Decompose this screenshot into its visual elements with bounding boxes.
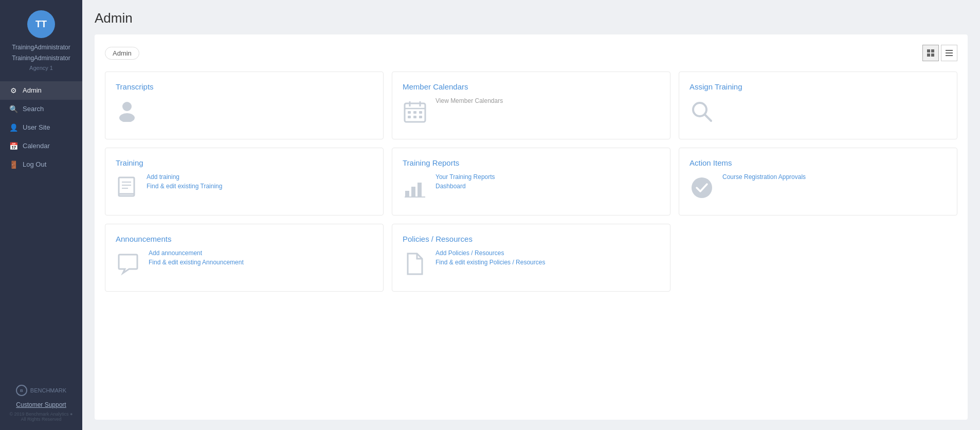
- card-title-training-reports: Training Reports: [403, 158, 660, 167]
- svg-rect-4: [946, 50, 953, 51]
- chat-icon: [116, 252, 140, 281]
- svg-rect-6: [946, 55, 953, 56]
- customer-support-link[interactable]: Customer Support: [16, 401, 66, 408]
- add-policies-resources-link[interactable]: Add Policies / Resources: [435, 249, 545, 257]
- card-body-training-reports: Your Training Reports Dashboard: [403, 173, 660, 205]
- sidebar-label-user-site: User Site: [23, 123, 50, 131]
- card-transcripts[interactable]: Transcripts: [105, 71, 384, 139]
- list-view-icon: [945, 49, 953, 57]
- avatar: TT: [27, 10, 55, 38]
- svg-rect-3: [931, 53, 934, 57]
- card-title-announcements: Announcements: [116, 235, 373, 243]
- card-links-training-reports: Your Training Reports Dashboard: [435, 173, 495, 190]
- sidebar: TT TrainingAdministrator TrainingAdminis…: [0, 0, 82, 430]
- svg-rect-17: [413, 116, 416, 118]
- admin-grid: Transcripts Member Calendars: [105, 71, 957, 292]
- sidebar-item-logout[interactable]: 🚪 Log Out: [0, 155, 82, 174]
- logo-text: BENCHMARK: [30, 387, 66, 393]
- member-calendars-desc: View Member Calendars: [435, 97, 503, 104]
- view-toggles: [922, 45, 957, 61]
- assign-training-search-icon: [689, 99, 714, 129]
- svg-point-8: [119, 113, 135, 122]
- svg-rect-14: [413, 111, 416, 114]
- calendar-icon: 📅: [9, 142, 17, 150]
- card-training[interactable]: Training Add training Find & edit: [105, 148, 384, 216]
- card-body-action-items: Course Registration Approvals: [689, 173, 947, 205]
- document-icon: [403, 252, 427, 281]
- main-content: Admin Admin: [82, 0, 980, 430]
- copyright-text: © 2019 Benchmark Analytics ● All Rights …: [8, 411, 74, 422]
- find-edit-policies-resources-link[interactable]: Find & edit existing Policies / Resource…: [435, 259, 545, 266]
- card-title-training: Training: [116, 158, 373, 167]
- svg-point-30: [692, 177, 712, 198]
- card-member-calendars[interactable]: Member Calendars: [392, 71, 670, 139]
- gear-icon: ⚙: [9, 86, 17, 95]
- logo-circle-icon: B: [16, 385, 27, 396]
- card-body-announcements: Add announcement Find & edit existing An…: [116, 249, 373, 281]
- grid-view-icon: [927, 49, 935, 57]
- svg-rect-28: [418, 183, 422, 197]
- benchmark-logo: B BENCHMARK: [16, 385, 66, 396]
- card-title-member-calendars: Member Calendars: [403, 82, 660, 91]
- card-training-reports[interactable]: Training Reports Your Training Reports D…: [392, 148, 670, 216]
- sidebar-item-user-site[interactable]: 👤 User Site: [0, 118, 82, 137]
- card-links-policies-resources: Add Policies / Resources Find & edit exi…: [435, 249, 545, 266]
- page-title: Admin: [95, 10, 968, 26]
- svg-rect-18: [419, 116, 422, 118]
- add-training-link[interactable]: Add training: [147, 173, 222, 181]
- sidebar-label-logout: Log Out: [23, 160, 46, 168]
- svg-rect-26: [405, 191, 409, 197]
- sidebar-label-admin: Admin: [23, 86, 42, 94]
- find-edit-training-link[interactable]: Find & edit existing Training: [147, 183, 222, 190]
- calendar-card-icon: [403, 99, 427, 129]
- card-body-transcripts: [116, 97, 373, 129]
- book-icon: [116, 175, 138, 203]
- card-action-items[interactable]: Action Items Course Registration Approva…: [679, 148, 957, 216]
- check-circle-icon: [689, 175, 714, 205]
- card-body-training: Add training Find & edit existing Traini…: [116, 173, 373, 205]
- card-policies-resources[interactable]: Policies / Resources Add Policies / Reso…: [392, 224, 670, 292]
- card-body-policies-resources: Add Policies / Resources Find & edit exi…: [403, 249, 660, 281]
- card-assign-training[interactable]: Assign Training: [679, 71, 957, 139]
- sidebar-item-calendar[interactable]: 📅 Calendar: [0, 137, 82, 155]
- svg-rect-27: [411, 187, 415, 197]
- sidebar-item-admin[interactable]: ⚙ Admin: [0, 81, 82, 100]
- card-links-action-items: Course Registration Approvals: [722, 173, 806, 181]
- sidebar-item-search[interactable]: 🔍 Search: [0, 100, 82, 118]
- list-view-button[interactable]: [941, 45, 957, 61]
- sidebar-nav: ⚙ Admin 🔍 Search 👤 User Site 📅 Calendar …: [0, 81, 82, 174]
- card-links-announcements: Add announcement Find & edit existing An…: [149, 249, 244, 266]
- card-links-member-calendars: View Member Calendars: [435, 97, 503, 104]
- grid-view-button[interactable]: [922, 45, 939, 61]
- card-body-member-calendars: View Member Calendars: [403, 97, 660, 129]
- person-icon: [116, 99, 138, 127]
- card-body-assign-training: [689, 97, 947, 129]
- svg-point-7: [122, 102, 132, 111]
- card-announcements[interactable]: Announcements Add announcement Find & ed…: [105, 224, 384, 292]
- your-training-reports-link[interactable]: Your Training Reports: [435, 173, 495, 181]
- chart-icon: [403, 175, 427, 205]
- card-title-transcripts: Transcripts: [116, 82, 373, 91]
- dashboard-link[interactable]: Dashboard: [435, 183, 495, 190]
- svg-line-20: [705, 115, 711, 121]
- svg-rect-5: [946, 52, 953, 53]
- content-card: Admin: [95, 34, 968, 420]
- breadcrumb-pill[interactable]: Admin: [105, 47, 139, 60]
- sidebar-label-calendar: Calendar: [23, 142, 50, 150]
- card-title-action-items: Action Items: [689, 158, 947, 167]
- svg-rect-16: [408, 116, 411, 118]
- card-title-assign-training: Assign Training: [689, 82, 947, 91]
- add-announcement-link[interactable]: Add announcement: [149, 249, 244, 257]
- user-name-line1: TrainingAdministrator: [12, 43, 70, 52]
- svg-rect-15: [419, 111, 422, 114]
- agency-name: Agency 1: [29, 65, 53, 71]
- course-registration-approvals-link[interactable]: Course Registration Approvals: [722, 173, 806, 181]
- user-name-line2: TrainingAdministrator: [12, 54, 70, 63]
- svg-rect-0: [927, 49, 930, 52]
- breadcrumb-bar: Admin: [105, 45, 957, 61]
- logout-icon: 🚪: [9, 160, 17, 169]
- find-edit-announcement-link[interactable]: Find & edit existing Announcement: [149, 259, 244, 266]
- sidebar-label-search: Search: [23, 105, 44, 113]
- search-icon: 🔍: [9, 105, 17, 113]
- svg-rect-13: [408, 111, 411, 114]
